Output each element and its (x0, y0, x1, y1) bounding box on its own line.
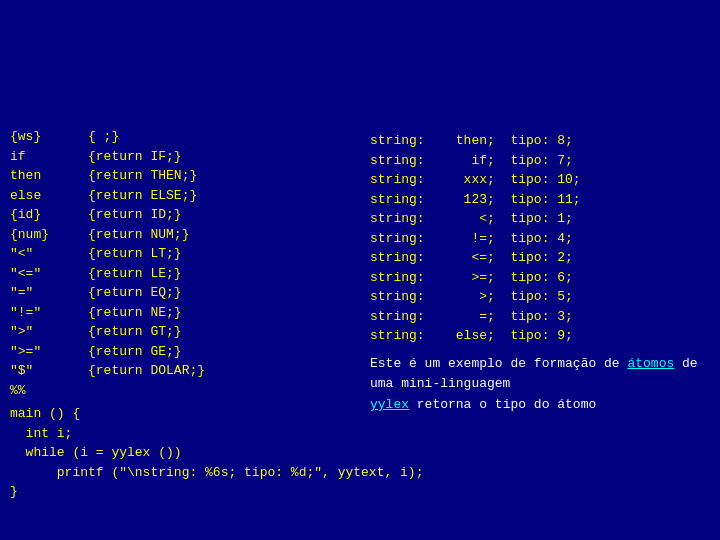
top-bar-content (370, 6, 401, 123)
main-code: main () { int i; while (i = yylex ()) pr… (10, 404, 350, 502)
left-panel: {ws} { ;} if {return IF;} then {return T… (10, 127, 360, 502)
atomos-highlight: átomos (627, 356, 674, 371)
top-bar (0, 0, 720, 127)
description-block: Este é um exemplo de formação de átomos … (370, 354, 710, 416)
token-table: {ws} { ;} if {return IF;} then {return T… (10, 127, 350, 400)
yylex-highlight: yylex (370, 397, 409, 412)
right-panel: string: then; tipo: 8; string: if; tipo:… (360, 127, 710, 502)
result-table: string: then; tipo: 8; string: if; tipo:… (370, 131, 710, 346)
